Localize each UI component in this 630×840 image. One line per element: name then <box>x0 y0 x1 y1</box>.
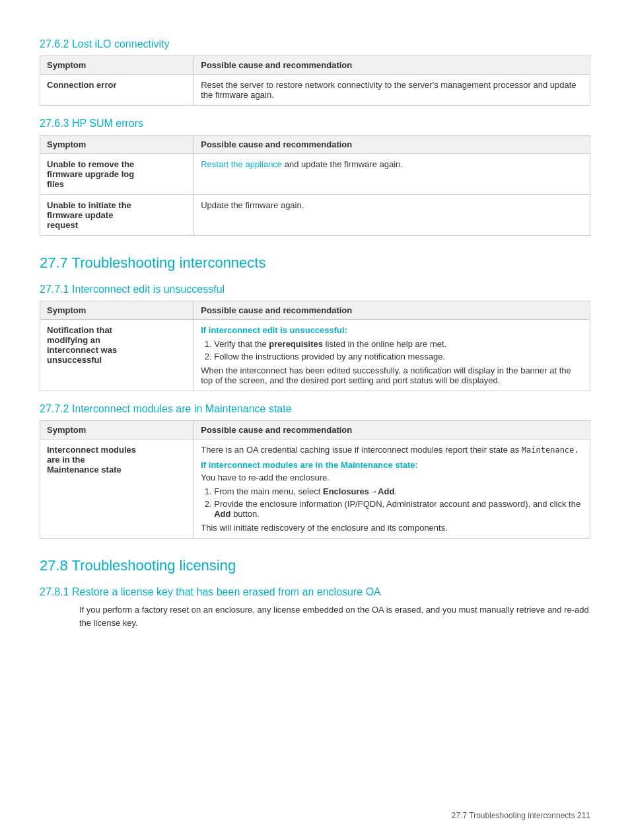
section-27-8-title: 27.8 Troubleshooting licensing <box>40 557 590 574</box>
cause-cell: There is an OA credential caching issue … <box>194 439 590 539</box>
section-27-6-3-title: 27.6.3 HP SUM errors <box>40 118 590 130</box>
footer-text: 27.7 Troubleshooting interconnects 211 <box>452 811 590 820</box>
cause-intro: There is an OA credential caching issue … <box>201 445 583 455</box>
cause-title: If interconnect modules are in the Maint… <box>201 460 583 470</box>
symptom-cell: Interconnect modulesare in theMaintenanc… <box>40 439 194 539</box>
section-27-8-1-body: If you perform a factory reset on an enc… <box>79 603 590 629</box>
cause-cell: Update the firmware again. <box>194 195 590 236</box>
section-27-7-title: 27.7 Troubleshooting interconnects <box>40 254 590 272</box>
table-27-7-2: Symptom Possible cause and recommendatio… <box>40 420 590 539</box>
table-row: Connection error Reset the server to res… <box>40 75 590 106</box>
table-27-7-1: Symptom Possible cause and recommendatio… <box>40 301 590 391</box>
cause-list: From the main menu, select Enclosures→Ad… <box>214 486 583 519</box>
table-row: Unable to remove thefirmware upgrade log… <box>40 154 590 195</box>
col-header-symptom: Symptom <box>40 421 194 439</box>
cause-cell: Reset the server to restore network conn… <box>194 75 590 106</box>
section-27-7-1-title: 27.7.1 Interconnect edit is unsuccessful <box>40 284 590 295</box>
col-header-cause: Possible cause and recommendation <box>194 421 590 439</box>
cause-list: Verify that the prerequisites listed in … <box>214 339 583 362</box>
restart-appliance-link[interactable]: Restart the appliance <box>201 159 282 169</box>
cause-cell: Restart the appliance and update the fir… <box>194 154 590 195</box>
col-header-cause: Possible cause and recommendation <box>194 56 590 75</box>
col-header-symptom: Symptom <box>40 135 194 154</box>
cause-cell: If interconnect edit is unsuccessful: Ve… <box>194 320 590 391</box>
table-27-6-3: Symptom Possible cause and recommendatio… <box>40 135 590 236</box>
cause-footer: This will initiate rediscovery of the en… <box>201 523 583 533</box>
symptom-cell: Unable to remove thefirmware upgrade log… <box>40 154 194 195</box>
symptom-cell: Notification thatmodifying aninterconnec… <box>40 320 194 391</box>
section-27-7-2-title: 27.7.2 Interconnect modules are in Maint… <box>40 403 590 415</box>
table-row: Interconnect modulesare in theMaintenanc… <box>40 439 590 539</box>
col-header-cause: Possible cause and recommendation <box>194 301 590 320</box>
list-item: Follow the instructions provided by any … <box>214 352 583 362</box>
list-item: Provide the enclosure information (IP/FQ… <box>214 499 583 519</box>
symptom-cell: Unable to initiate thefirmware updatereq… <box>40 195 194 236</box>
col-header-symptom: Symptom <box>40 301 194 320</box>
cause-sub: You have to re-add the enclosure. <box>201 473 583 482</box>
list-item: From the main menu, select Enclosures→Ad… <box>214 486 583 496</box>
table-27-6-2: Symptom Possible cause and recommendatio… <box>40 56 590 106</box>
col-header-cause: Possible cause and recommendation <box>194 135 590 154</box>
table-row: Notification thatmodifying aninterconnec… <box>40 320 590 391</box>
section-27-8-1-title: 27.8.1 Restore a license key that has be… <box>40 586 590 598</box>
cause-note: When the interconnect has been edited su… <box>201 365 583 385</box>
table-row: Unable to initiate thefirmware updatereq… <box>40 195 590 236</box>
cause-title: If interconnect edit is unsuccessful: <box>201 325 583 335</box>
section-27-6-2-title: 27.6.2 Lost iLO connectivity <box>40 38 590 50</box>
col-header-symptom: Symptom <box>40 56 194 75</box>
symptom-cell: Connection error <box>40 75 194 106</box>
list-item: Verify that the prerequisites listed in … <box>214 339 583 349</box>
